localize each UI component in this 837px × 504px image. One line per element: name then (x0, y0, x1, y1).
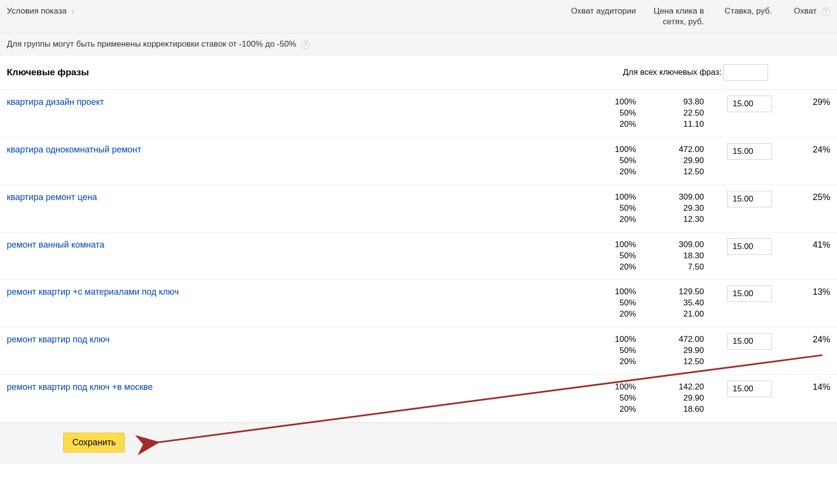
keyword-row: квартира однокомнатный ремонт100%50%20%4… (0, 137, 837, 185)
audience-reach-values: 100%50%20% (568, 144, 636, 178)
keyword-link[interactable]: квартира ремонт цена (7, 192, 568, 203)
help-icon[interactable]: ? (301, 40, 310, 49)
header-click-price[interactable]: Цена клика в сетях, руб. (636, 6, 704, 27)
keyword-link[interactable]: ремонт ванный комната (7, 239, 568, 251)
save-button[interactable]: Сохранить (63, 433, 125, 453)
sort-ascending-icon: ↑ (71, 8, 74, 15)
reach-value: 41% (772, 239, 830, 251)
header-reach-label: Охват (794, 6, 817, 16)
reach-value: 29% (772, 97, 830, 108)
bid-cell (704, 334, 772, 350)
header-bid[interactable]: Ставка, руб. (704, 6, 772, 17)
reach-value: 14% (772, 382, 830, 393)
click-price-values: 142.2029.9018.60 (636, 382, 704, 415)
keyword-row: ремонт квартир +с материалами под ключ10… (0, 280, 837, 327)
all-bids-input[interactable] (723, 64, 768, 81)
audience-reach-values: 100%50%20% (568, 239, 636, 273)
click-price-values: 472.0029.9012.50 (636, 334, 704, 368)
bid-cell (704, 97, 772, 112)
bid-input[interactable] (727, 333, 772, 350)
bid-input[interactable] (727, 191, 772, 207)
keyword-link[interactable]: квартира дизайн проект (7, 97, 568, 108)
audience-reach-values: 100%50%20% (568, 334, 636, 368)
all-bids-label: Для всех ключевых фраз: (623, 67, 721, 77)
correction-notice-text: Для группы могут быть применены корректи… (7, 39, 296, 49)
bid-cell (704, 144, 772, 160)
keyword-row: квартира ремонт цена100%50%20%309.0029.3… (0, 185, 837, 233)
keyword-row: ремонт квартир под ключ +в москве100%50%… (0, 375, 837, 422)
keyword-row: ремонт ванный комната100%50%20%309.0018.… (0, 233, 837, 280)
bid-input[interactable] (727, 238, 772, 255)
table-header: Условия показа ↑ Охват аудитории Цена кл… (0, 0, 837, 34)
click-price-values: 309.0029.3012.30 (636, 192, 704, 225)
bid-input[interactable] (727, 286, 772, 302)
keyword-row: квартира дизайн проект100%50%20%93.8022.… (0, 90, 837, 137)
audience-reach-values: 100%50%20% (568, 382, 636, 415)
bid-input[interactable] (727, 381, 772, 397)
footer: Сохранить (0, 422, 837, 464)
audience-reach-values: 100%50%20% (568, 286, 636, 320)
bid-cell (704, 286, 772, 302)
click-price-values: 93.8022.5011.10 (636, 97, 704, 130)
keywords-section-header: Ключевые фразы Для всех ключевых фраз: (0, 55, 837, 90)
correction-notice: Для группы могут быть применены корректи… (0, 34, 837, 55)
bid-cell (704, 192, 772, 207)
bid-cell (704, 382, 772, 397)
click-price-values: 472.0029.9012.50 (636, 144, 704, 178)
bid-input[interactable] (727, 96, 772, 112)
keyword-row: ремонт квартир под ключ100%50%20%472.002… (0, 327, 837, 375)
header-conditions-label: Условия показа (7, 6, 67, 16)
click-price-values: 129.5035.4021.00 (636, 286, 704, 320)
bid-cell (704, 239, 772, 255)
audience-reach-values: 100%50%20% (568, 97, 636, 130)
bid-input[interactable] (727, 143, 772, 160)
header-conditions[interactable]: Условия показа ↑ (7, 6, 568, 17)
audience-reach-values: 100%50%20% (568, 192, 636, 225)
keywords-title: Ключевые фразы (7, 67, 623, 78)
click-price-values: 309.0018.307.50 (636, 239, 704, 273)
reach-value: 24% (772, 144, 830, 155)
reach-value: 24% (772, 334, 830, 345)
header-reach[interactable]: Охват ? (772, 6, 830, 17)
keyword-link[interactable]: ремонт квартир +с материалами под ключ (7, 286, 568, 298)
help-icon[interactable]: ? (821, 7, 830, 16)
keyword-link[interactable]: ремонт квартир под ключ (7, 334, 568, 345)
reach-value: 25% (772, 192, 830, 203)
keyword-link[interactable]: квартира однокомнатный ремонт (7, 144, 568, 155)
header-audience-reach[interactable]: Охват аудитории (568, 6, 636, 17)
keyword-link[interactable]: ремонт квартир под ключ +в москве (7, 382, 568, 393)
reach-value: 13% (772, 286, 830, 298)
